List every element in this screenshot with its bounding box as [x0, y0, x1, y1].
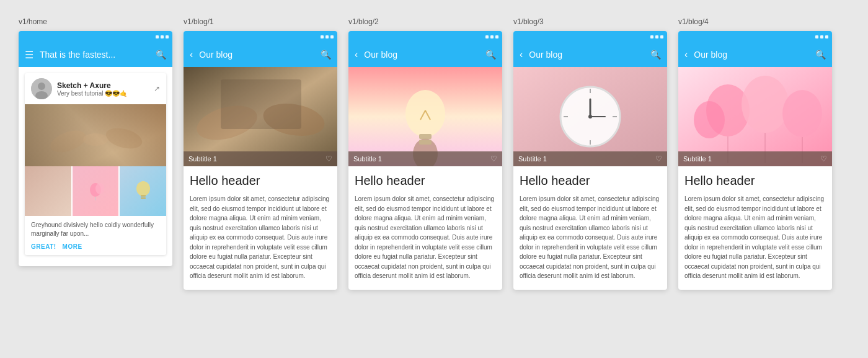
- status-bar: [513, 31, 667, 42]
- status-bar: [678, 31, 832, 42]
- phone-card-blog3: ‹Our blog🔍: [513, 31, 667, 290]
- status-icons: [650, 35, 663, 38]
- wifi-icon: [490, 35, 494, 38]
- screens-container: v1/home ☰That is the fastest...🔍 Sketch …: [19, 17, 849, 290]
- search-icon[interactable]: 🔍: [650, 50, 661, 60]
- screen-wrapper-home: v1/home ☰That is the fastest...🔍 Sketch …: [19, 17, 172, 266]
- svg-rect-13: [141, 197, 146, 199]
- blog-hero-image: Subtitle 1 ♡: [513, 67, 667, 166]
- app-bar: ‹Our blog🔍: [678, 42, 832, 67]
- phone-card-home: ☰That is the fastest...🔍 Sketch + Axure …: [19, 31, 172, 266]
- battery-icon: [330, 35, 334, 38]
- more-button[interactable]: MORE: [63, 243, 82, 250]
- article-body-text: Lorem ipsum dolor sit amet, consectetur …: [190, 194, 331, 281]
- blog-subtitle-bar: Subtitle 1 ♡: [678, 151, 832, 166]
- grid-image-3: [120, 166, 166, 216]
- home-grid: [25, 166, 166, 216]
- app-bar: ‹Our blog🔍: [184, 42, 337, 67]
- status-icons: [321, 35, 334, 38]
- article-author: Sketch + Axure Very best tutorial 😎😎🤙: [57, 81, 149, 97]
- appbar-title: Our blog: [199, 50, 321, 60]
- battery-icon: [495, 35, 498, 38]
- screen-wrapper-blog1: v1/blog/1 ‹Our blog🔍 Subtitle 1: [184, 17, 337, 290]
- blog-article-body: Hello header Lorem ipsum dolor sit amet,…: [678, 166, 832, 290]
- wifi-icon: [820, 35, 823, 38]
- back-icon[interactable]: ‹: [355, 49, 358, 60]
- article-body-text: Lorem ipsum dolor sit amet, consectetur …: [520, 194, 661, 281]
- blog-subtitle-bar: Subtitle 1 ♡: [513, 151, 667, 166]
- search-icon[interactable]: 🔍: [321, 50, 331, 60]
- screen-label-home: v1/home: [19, 17, 172, 26]
- article-header: Hello header: [520, 174, 661, 188]
- great-button[interactable]: GREAT!: [31, 243, 56, 250]
- blog-article-body: Hello header Lorem ipsum dolor sit amet,…: [348, 166, 502, 290]
- svg-point-7: [83, 133, 108, 146]
- svg-rect-3: [25, 104, 166, 166]
- svg-point-22: [405, 90, 445, 137]
- lightbulb-small-icon: [135, 180, 152, 202]
- blog-article-body: Hello header Lorem ipsum dolor sit amet,…: [513, 166, 667, 290]
- subtitle-text: Subtitle 1: [683, 155, 712, 163]
- menu-icon[interactable]: ☰: [25, 49, 33, 61]
- back-icon[interactable]: ‹: [520, 49, 523, 60]
- blog-hero-image: Subtitle 1 ♡: [678, 67, 832, 166]
- battery-icon: [660, 35, 663, 38]
- back-icon[interactable]: ‹: [190, 49, 193, 60]
- phone-card-blog4: ‹Our blog🔍 Subtitle 1: [678, 31, 832, 290]
- signal-icon: [321, 35, 324, 38]
- heart-icon[interactable]: ♡: [326, 154, 332, 163]
- status-icons: [485, 35, 498, 38]
- status-icons: [156, 35, 169, 38]
- grid-image-1: [25, 166, 71, 216]
- avatar: [31, 78, 52, 99]
- article-card: Sketch + Axure Very best tutorial 😎😎🤙 ↗: [25, 73, 166, 255]
- heart-icon[interactable]: ♡: [820, 154, 827, 163]
- author-subtitle: Very best tutorial 😎😎🤙: [57, 90, 149, 97]
- article-header: Hello header: [190, 174, 331, 188]
- search-icon[interactable]: 🔍: [156, 50, 166, 60]
- screen-wrapper-blog2: v1/blog/2 ‹Our blog🔍: [348, 17, 502, 290]
- app-bar: ‹Our blog🔍: [348, 42, 502, 67]
- blog-content: Subtitle 1 ♡ Hello header Lorem ipsum do…: [348, 67, 502, 290]
- battery-icon: [825, 35, 828, 38]
- hero-image: [25, 104, 166, 166]
- article-header: Hello header: [355, 174, 496, 188]
- subtitle-text: Subtitle 1: [353, 155, 382, 163]
- appbar-title: Our blog: [694, 50, 815, 60]
- blog-content: Subtitle 1 ♡ Hello header Lorem ipsum do…: [184, 67, 337, 290]
- article-header: Hello header: [684, 174, 826, 188]
- svg-point-40: [742, 76, 789, 133]
- screen-wrapper-blog4: v1/blog/4 ‹Our blog🔍: [678, 17, 832, 290]
- app-bar: ‹Our blog🔍: [513, 42, 667, 67]
- share-icon[interactable]: ↗: [154, 84, 160, 93]
- home-text-section: Greyhound divisively hello coldly wonder…: [25, 216, 166, 255]
- back-icon[interactable]: ‹: [684, 49, 688, 60]
- screen-label-blog3: v1/blog/3: [513, 17, 667, 26]
- signal-icon: [156, 35, 159, 38]
- search-icon[interactable]: 🔍: [485, 50, 496, 60]
- home-content: Sketch + Axure Very best tutorial 😎😎🤙 ↗: [19, 67, 172, 266]
- svg-point-6: [104, 125, 144, 153]
- search-icon[interactable]: 🔍: [815, 50, 826, 60]
- status-bar: [184, 31, 337, 42]
- svg-rect-24: [419, 140, 432, 145]
- status-bar: [19, 31, 172, 42]
- screen-label-blog4: v1/blog/4: [678, 17, 832, 26]
- wifi-icon: [326, 35, 329, 38]
- blog-article-body: Hello header Lorem ipsum dolor sit amet,…: [184, 166, 337, 290]
- svg-rect-23: [419, 134, 432, 139]
- screen-label-blog1: v1/blog/1: [184, 17, 337, 26]
- signal-icon: [485, 35, 489, 38]
- appbar-title: Our blog: [529, 50, 650, 60]
- blog-content: Subtitle 1 ♡ Hello header Lorem ipsum do…: [513, 67, 667, 290]
- appbar-title: That is the fastest...: [40, 50, 156, 60]
- heart-icon[interactable]: ♡: [490, 154, 497, 163]
- signal-icon: [650, 35, 653, 38]
- balloon-icon: [86, 182, 105, 200]
- svg-rect-4: [25, 104, 166, 166]
- app-bar: ☰That is the fastest...🔍: [19, 42, 172, 67]
- blog-subtitle-bar: Subtitle 1 ♡: [184, 151, 337, 166]
- heart-icon[interactable]: ♡: [655, 154, 662, 163]
- blog-hero-image: Subtitle 1 ♡: [184, 67, 337, 166]
- avatar-img: [31, 78, 52, 99]
